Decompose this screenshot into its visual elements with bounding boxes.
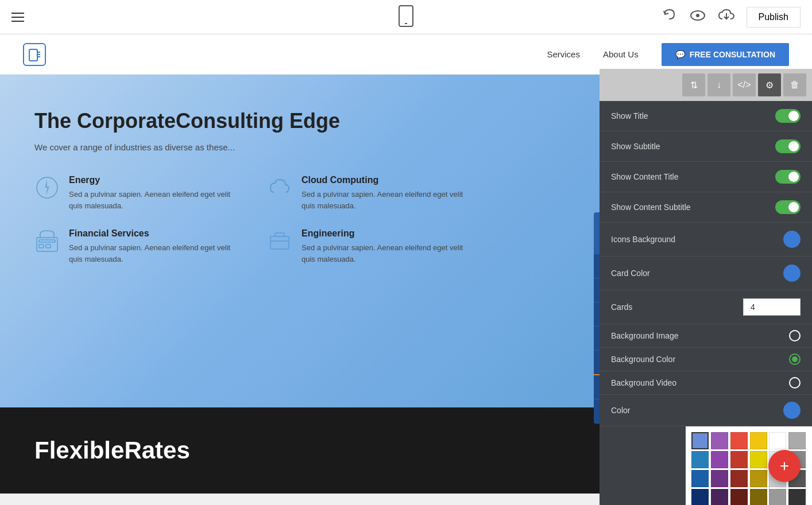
mobile-view-icon[interactable] bbox=[397, 5, 415, 30]
service-item-energy: Energy Sed a pulvinar sapien. Aenean ele… bbox=[34, 175, 233, 211]
delete-button[interactable]: 🗑 bbox=[783, 73, 806, 96]
undo-icon[interactable] bbox=[662, 7, 678, 27]
bg-image-radio[interactable] bbox=[789, 330, 801, 341]
download-button[interactable]: ↓ bbox=[707, 73, 730, 96]
service-name-energy: Energy bbox=[69, 175, 233, 185]
engineering-icon bbox=[267, 228, 292, 254]
color-swatch-15[interactable] bbox=[750, 470, 767, 487]
nav-services[interactable]: Services bbox=[547, 49, 580, 59]
show-subtitle-label: Show Subtitle bbox=[611, 142, 660, 151]
publish-button[interactable]: Publish bbox=[747, 7, 801, 28]
card-color-row: Card Color bbox=[600, 257, 812, 290]
color-swatch-19[interactable] bbox=[711, 489, 728, 505]
toolbar-left bbox=[11, 13, 24, 22]
color-swatch-12[interactable] bbox=[691, 470, 709, 487]
color-swatch-8[interactable] bbox=[730, 451, 748, 468]
show-subtitle-toggle[interactable] bbox=[775, 139, 801, 153]
service-item-engineering: Engineering Sed a pulvinar sapien. Aenea… bbox=[267, 228, 465, 265]
icons-background-color[interactable] bbox=[783, 231, 801, 248]
color-swatch-4[interactable] bbox=[769, 432, 786, 449]
bottom-title: FlexibleRates bbox=[34, 437, 190, 464]
color-swatch-22[interactable] bbox=[769, 489, 786, 505]
nav-about[interactable]: About Us bbox=[603, 49, 639, 59]
icons-background-label: Icons Background bbox=[611, 235, 675, 244]
color-swatch-0[interactable] bbox=[691, 432, 709, 449]
svg-rect-13 bbox=[39, 244, 44, 248]
color-swatch-14[interactable] bbox=[730, 470, 748, 487]
color-swatch-23[interactable] bbox=[788, 489, 806, 505]
svg-rect-15 bbox=[270, 236, 289, 249]
color-swatch-18[interactable] bbox=[691, 489, 709, 505]
color-swatch-20[interactable] bbox=[730, 489, 748, 505]
bg-video-label: Background Video bbox=[611, 378, 676, 387]
color-label: Color bbox=[611, 406, 630, 415]
show-content-subtitle-label: Show Content Subtitle bbox=[611, 203, 691, 212]
hero-title-bold: Consulting Edge bbox=[176, 109, 340, 133]
color-circle[interactable] bbox=[783, 402, 801, 419]
bg-video-row: Background Video bbox=[600, 371, 812, 395]
hero-title-normal: The Corporate bbox=[34, 109, 176, 133]
service-content-energy: Energy Sed a pulvinar sapien. Aenean ele… bbox=[69, 175, 233, 211]
services-grid: Energy Sed a pulvinar sapien. Aenean ele… bbox=[34, 175, 465, 265]
site-logo bbox=[23, 43, 46, 66]
service-content-financial: Financial Services Sed a pulvinar sapien… bbox=[69, 228, 233, 265]
service-name-cloud: Cloud Computing bbox=[301, 175, 465, 185]
color-swatch-2[interactable] bbox=[730, 432, 748, 449]
bg-image-row: Background Image bbox=[600, 324, 812, 348]
show-subtitle-row: Show Subtitle bbox=[600, 131, 812, 162]
bg-color-radio[interactable] bbox=[789, 354, 801, 365]
service-name-engineering: Engineering bbox=[301, 228, 465, 239]
color-swatch-5[interactable] bbox=[788, 432, 806, 449]
settings-button[interactable]: ⚙ bbox=[758, 73, 781, 96]
show-content-subtitle-row: Show Content Subtitle bbox=[600, 192, 812, 223]
bg-color-label: Background Color bbox=[611, 355, 675, 364]
cta-label: FREE CONSULTATION bbox=[690, 50, 775, 59]
color-swatch-6[interactable] bbox=[691, 451, 709, 468]
color-swatch-13[interactable] bbox=[711, 470, 728, 487]
svg-rect-12 bbox=[39, 240, 55, 242]
right-panel: ⇅ ↓ </> ⚙ 🗑 Show Title Show Subtitle Sho… bbox=[600, 69, 812, 505]
hamburger-icon[interactable] bbox=[11, 13, 24, 22]
show-title-toggle[interactable] bbox=[775, 109, 801, 123]
cards-select[interactable]: 4 3 2 bbox=[743, 298, 801, 316]
panel-toolbar: ⇅ ↓ </> ⚙ 🗑 bbox=[600, 69, 812, 101]
service-desc-cloud: Sed a pulvinar sapien. Aenean eleifend e… bbox=[301, 189, 465, 211]
color-swatch-1[interactable] bbox=[711, 432, 728, 449]
service-item-cloud: Cloud Computing Sed a pulvinar sapien. A… bbox=[267, 175, 465, 211]
cards-label: Cards bbox=[611, 302, 632, 312]
bg-color-row: Background Color bbox=[600, 348, 812, 371]
svg-marker-10 bbox=[45, 180, 49, 196]
service-content-engineering: Engineering Sed a pulvinar sapien. Aenea… bbox=[301, 228, 465, 265]
color-swatch-3[interactable] bbox=[750, 432, 767, 449]
service-desc-energy: Sed a pulvinar sapien. Aenean eleifend e… bbox=[69, 189, 233, 211]
cloud-icon[interactable] bbox=[718, 9, 735, 26]
svg-rect-5 bbox=[29, 49, 37, 61]
sort-button[interactable]: ⇅ bbox=[682, 73, 705, 96]
card-color-circle[interactable] bbox=[783, 265, 801, 282]
chat-icon: 💬 bbox=[675, 50, 685, 59]
svg-rect-14 bbox=[46, 244, 51, 248]
code-button[interactable]: </> bbox=[733, 73, 756, 96]
cards-row: Cards 4 3 2 bbox=[600, 290, 812, 324]
cta-button[interactable]: 💬 FREE CONSULTATION bbox=[662, 43, 789, 66]
svg-point-3 bbox=[696, 14, 699, 17]
color-swatch-21[interactable] bbox=[750, 489, 767, 505]
icons-background-row: Icons Background bbox=[600, 223, 812, 257]
show-content-subtitle-toggle[interactable] bbox=[775, 200, 801, 214]
bg-image-label: Background Image bbox=[611, 331, 679, 340]
bg-video-radio[interactable] bbox=[789, 377, 801, 389]
fab-add-button[interactable]: + bbox=[768, 450, 801, 482]
site-logo-icon bbox=[23, 43, 46, 66]
show-content-title-row: Show Content Title bbox=[600, 162, 812, 192]
show-content-title-toggle[interactable] bbox=[775, 170, 801, 184]
show-title-label: Show Title bbox=[611, 111, 648, 121]
preview-icon[interactable] bbox=[689, 7, 706, 27]
service-desc-financial: Sed a pulvinar sapien. Aenean eleifend e… bbox=[69, 242, 233, 265]
service-desc-engineering: Sed a pulvinar sapien. Aenean eleifend e… bbox=[301, 242, 465, 265]
site-nav-links: Services About Us 💬 FREE CONSULTATION bbox=[547, 43, 789, 66]
color-swatch-7[interactable] bbox=[711, 451, 728, 468]
color-row: Color bbox=[600, 395, 812, 426]
show-content-title-label: Show Content Title bbox=[611, 172, 679, 181]
bottom-title-normal: Flexible bbox=[34, 437, 124, 464]
color-swatch-9[interactable] bbox=[750, 451, 767, 468]
